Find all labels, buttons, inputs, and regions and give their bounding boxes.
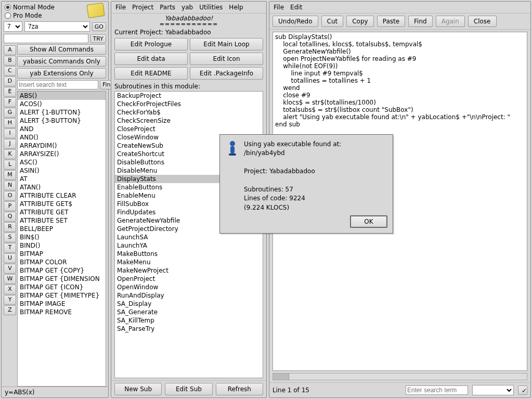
command-list[interactable]: ABS()ACOS()ALERT {1-BUTTON}ALERT {3-BUTT… [17,91,106,387]
alpha-p-button[interactable]: P [4,201,16,211]
menu-utilities[interactable]: Utilities [199,4,223,11]
alpha-a-button[interactable]: A [4,45,16,55]
show-all-button[interactable]: Show All Commands [17,44,106,55]
alpha-n-button[interactable]: N [4,181,16,190]
list-item[interactable]: ALERT {1-BUTTON} [18,108,106,117]
list-item[interactable]: ALERT {3-BUTTON} [18,117,106,125]
list-item[interactable]: CheckForProjectFiles [115,100,263,108]
edit-prologue-button[interactable]: Edit Prologue [114,38,188,50]
list-item[interactable]: MakeMenu [115,258,263,266]
alpha-f-button[interactable]: F [4,97,16,107]
list-item[interactable]: SA_ParseTry [115,325,263,333]
list-item[interactable]: ABS() [18,92,106,100]
list-item[interactable]: ASIN() [18,166,106,175]
try-input[interactable] [4,34,88,43]
list-item[interactable]: CloseProject [115,125,263,133]
alpha-g-button[interactable]: G [4,108,16,118]
edit-sub-button[interactable]: Edit Sub [165,383,212,395]
list-item[interactable]: ATAN() [18,183,106,191]
list-item[interactable]: OpenProject [115,275,263,283]
list-item[interactable]: BIND() [18,241,106,250]
editor-search-input[interactable] [406,385,468,395]
alpha-b-button[interactable]: B [4,56,16,66]
menu-parts[interactable]: Parts [160,4,175,11]
list-item[interactable]: SA_Generate [115,308,263,316]
list-item[interactable]: SA_Display [115,300,263,308]
list-item[interactable]: BITMAP GET {DIMENSION [18,275,106,283]
list-item[interactable]: BITMAP GET {COPY} [18,266,106,275]
alpha-q-button[interactable]: Q [4,212,16,222]
alpha-y-button[interactable]: Y [4,295,16,305]
refresh-button[interactable]: Refresh [216,383,263,395]
list-item[interactable]: AND [18,125,106,133]
edit-readme-button[interactable]: Edit README [114,67,188,80]
alpha-m-button[interactable]: M [4,170,16,180]
alpha-e-button[interactable]: E [4,87,16,97]
edit-data-button[interactable]: Edit data [114,53,188,65]
list-item[interactable]: CheckScreenSize [115,117,263,125]
list-item[interactable]: BITMAP REMOVE [18,308,106,316]
list-item[interactable]: ATTRIBUTE CLEAR [18,191,106,200]
list-item[interactable]: ARRAYDIM() [18,141,106,150]
alpha-d-button[interactable]: D [4,76,16,86]
menu-file[interactable]: File [115,4,126,11]
alpha-x-button[interactable]: X [4,285,16,294]
list-item[interactable]: BackupProject [115,92,263,100]
find-button[interactable]: Find [408,16,433,27]
list-item[interactable]: BITMAP GET {ICON} [18,283,106,291]
list-item[interactable]: ASC() [18,158,106,166]
try-button[interactable]: TRY [90,34,106,43]
menu-help[interactable]: Help [229,4,243,11]
search-input[interactable] [17,80,98,89]
yabasic-only-button[interactable]: yabasic Commands Only [17,56,106,67]
menu-project[interactable]: Project [132,4,153,11]
list-item[interactable]: AND() [18,133,106,141]
alpha-o-button[interactable]: O [4,191,16,201]
alpha-j-button[interactable]: J [4,139,16,149]
alpha-r-button[interactable]: R [4,222,16,232]
num-select[interactable]: 7 [4,21,22,32]
alpha-u-button[interactable]: U [4,253,16,263]
list-item[interactable]: SA_KillTemp [115,316,263,325]
search-select[interactable] [472,385,514,395]
pack-select[interactable]: 7za [24,21,90,32]
list-item[interactable]: MakeButtons [115,250,263,258]
book-icon[interactable] [86,3,105,18]
alpha-h-button[interactable]: H [4,118,16,128]
copy-button[interactable]: Copy [346,16,373,27]
search-toggle[interactable]: ✓ [518,385,527,395]
list-item[interactable]: BIN$() [18,233,106,241]
list-item[interactable]: BITMAP COLOR [18,258,106,266]
list-item[interactable]: LaunchYA [115,241,263,250]
list-item[interactable]: ATTRIBUTE GET [18,208,106,216]
list-item[interactable]: MakeNewProject [115,266,263,275]
list-item[interactable]: ATTRIBUTE SET [18,216,106,225]
list-item[interactable]: CheckForYab$ [115,108,263,117]
list-item[interactable]: ACOS() [18,100,106,108]
new-sub-button[interactable]: New Sub [114,383,162,395]
list-item[interactable]: AT [18,175,106,183]
list-item[interactable]: BITMAP [18,250,106,258]
menu-yab[interactable]: yab [181,4,193,11]
alpha-z-button[interactable]: Z [4,305,16,315]
list-item[interactable]: BITMAP GET {MIMETYPE} [18,291,106,300]
alpha-c-button[interactable]: C [4,66,16,76]
alpha-t-button[interactable]: T [4,243,16,253]
edit-main-loop-button[interactable]: Edit Main Loop [190,38,263,50]
alpha-i-button[interactable]: I [4,128,16,138]
edit-packageinfo-button[interactable]: Edit .PackageInfo [190,67,263,80]
list-item[interactable]: BITMAP IMAGE [18,300,106,308]
menu-file[interactable]: File [274,4,284,11]
undo-redo-button[interactable]: Undo/Redo [273,16,318,27]
alpha-l-button[interactable]: L [4,160,16,170]
cut-button[interactable]: Cut [321,16,344,27]
list-item[interactable]: OpenWindow [115,283,263,291]
list-item[interactable]: ARRAYSIZE() [18,150,106,158]
list-item[interactable]: BELL/BEEP [18,225,106,233]
list-item[interactable]: RunAndDisplay [115,291,263,300]
alpha-s-button[interactable]: S [4,233,16,242]
menu-edit[interactable]: Edit [290,4,302,11]
list-item[interactable]: LaunchSA [115,233,263,241]
horizontal-scrollbar[interactable] [273,373,527,380]
ok-button[interactable]: OK [350,215,387,228]
